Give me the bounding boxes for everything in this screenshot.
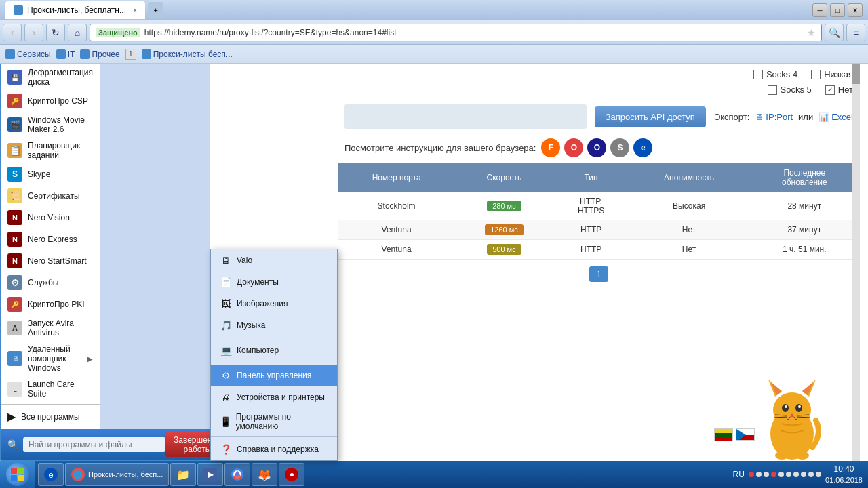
tray-icon: [749, 472, 754, 477]
taskbar-record[interactable]: ●: [279, 463, 304, 486]
nero-vision-icon: N: [7, 210, 22, 225]
bookmark-item[interactable]: 1: [125, 49, 136, 60]
start-menu-right: [100, 64, 210, 429]
search-icon[interactable]: 🔍: [825, 24, 844, 41]
places-item-help[interactable]: ❓ Справка и поддержка: [211, 439, 337, 460]
sm-item-crypto-pki[interactable]: 🔑 КриптоПро PKI: [1, 293, 100, 315]
bookmark-item[interactable]: Прочее: [80, 49, 119, 59]
places-item-control-panel[interactable]: ⚙ Панель управления: [211, 365, 337, 386]
svg-point-19: [795, 451, 809, 460]
places-item-music[interactable]: 🎵 Музыка: [211, 314, 337, 336]
firefox-icon[interactable]: F: [541, 138, 560, 157]
taskbar-firefox[interactable]: 🦊: [252, 463, 277, 486]
refresh-button[interactable]: ↻: [46, 24, 65, 41]
bookmark-item[interactable]: IT: [56, 49, 75, 59]
home-button[interactable]: ⌂: [68, 24, 87, 41]
taskbar-media[interactable]: ▶: [197, 463, 223, 486]
minimize-button[interactable]: ─: [812, 3, 827, 17]
sm-item-nero-vision[interactable]: N Nero Vision: [1, 207, 100, 228]
help-icon: ❓: [219, 443, 233, 456]
sm-item-skype[interactable]: S Skype: [1, 163, 100, 185]
checkbox[interactable]: [768, 85, 777, 95]
places-item-label: Музыка: [237, 321, 265, 330]
sm-item-services[interactable]: ⚙ Службы: [1, 272, 100, 293]
places-item-default-programs[interactable]: 📱 Программы по умолчанию: [211, 408, 337, 435]
bookmark-star-icon[interactable]: ★: [807, 27, 816, 38]
scroll-thumb[interactable]: [852, 64, 860, 84]
active-tab[interactable]: Прокси-листы, бесплатн... ×: [5, 1, 145, 19]
bookmark-label: Прочее: [92, 49, 119, 59]
sm-item-scheduler[interactable]: 📋 Планировщик заданий: [1, 138, 100, 163]
nero-startsmart-icon: N: [7, 253, 22, 268]
browser-window: Прокси-листы, бесплатн... × + ─ □ ✕ ‹ › …: [0, 0, 868, 488]
sm-item-defrag[interactable]: 💾 Дефрагментация диска: [1, 64, 100, 90]
language-indicator: RU: [733, 470, 745, 479]
forward-button[interactable]: ›: [24, 24, 43, 41]
checkbox[interactable]: [753, 70, 763, 79]
sm-item-label: Nero StartSmart: [28, 256, 87, 266]
close-window-button[interactable]: ✕: [848, 3, 863, 17]
sm-item-launch-care-suite[interactable]: L Launch Care Suite: [1, 376, 100, 402]
svg-point-10: [795, 404, 802, 412]
places-item-devices[interactable]: 🖨 Устройства и принтеры: [211, 386, 337, 408]
new-tab-button[interactable]: +: [148, 2, 163, 18]
back-button[interactable]: ‹: [3, 24, 22, 41]
sm-item-movie-maker[interactable]: 🎬 Windows Movie Maker 2.6: [1, 112, 100, 138]
ie-icon[interactable]: e: [633, 138, 652, 157]
cell-speed: 500 мс: [455, 240, 553, 260]
start-button[interactable]: [0, 461, 35, 488]
places-item-computer[interactable]: 💻 Компьютер: [211, 340, 337, 361]
svg-point-4: [773, 392, 811, 428]
bookmark-item[interactable]: Сервисы: [5, 49, 51, 59]
sm-item-nero-startsmart[interactable]: N Nero StartSmart: [1, 250, 100, 272]
low-checkbox[interactable]: Низкая: [811, 69, 853, 79]
menu-icon[interactable]: ≡: [846, 24, 865, 41]
svg-point-11: [785, 405, 787, 408]
no-checkbox[interactable]: ✓ Нет: [825, 85, 853, 95]
bookmark-item-proxy[interactable]: Прокси-листы бесп...: [142, 49, 233, 59]
taskbar-chrome[interactable]: [224, 463, 250, 486]
media-taskbar-icon: ▶: [203, 468, 217, 481]
socks5-checkbox[interactable]: Socks 5: [768, 85, 812, 95]
docs-icon: 📄: [219, 275, 233, 289]
bookmark-icon-folder: 1: [125, 49, 136, 60]
taskbar-browser[interactable]: 🌐 Прокси-листы, бесп...: [65, 463, 169, 486]
sm-item-crypto-csp[interactable]: 🔑 КриптоПро CSP: [1, 90, 100, 112]
col-header-port: Номер порта: [338, 163, 455, 192]
sm-item-label: Nero Vision: [28, 213, 70, 222]
api-button[interactable]: Запросить API доступ: [595, 106, 706, 127]
start-search-input[interactable]: [23, 437, 165, 452]
sm-item-label: КриптоПро CSP: [28, 96, 88, 106]
sm-item-nero-express[interactable]: N Nero Express: [1, 228, 100, 250]
taskbar-explorer[interactable]: 📁: [170, 463, 196, 486]
speed-badge: 500 мс: [487, 244, 521, 255]
places-item-vaio[interactable]: 🖥 Vaio: [211, 249, 337, 271]
computer-icon: 💻: [219, 344, 233, 357]
safari-icon[interactable]: S: [610, 138, 629, 157]
col-header-type: Тип: [553, 163, 629, 192]
scroll-bar[interactable]: [852, 64, 860, 488]
tab-close-button[interactable]: ×: [133, 6, 137, 14]
address-bar[interactable]: Защищено https://hidemy.name/ru/proxy-li…: [90, 24, 822, 41]
bookmark-label: IT: [68, 49, 75, 59]
opera-icon[interactable]: O: [564, 138, 583, 157]
page-button[interactable]: 1: [589, 266, 608, 282]
places-item-docs[interactable]: 📄 Документы: [211, 271, 337, 293]
certs-icon: 📜: [7, 188, 22, 203]
opera-mini-icon[interactable]: O: [587, 138, 606, 157]
places-item-images[interactable]: 🖼 Изображения: [211, 293, 337, 314]
sm-item-remote-assistant[interactable]: 🖥 Удаленный помощник Windows ▶: [1, 341, 100, 376]
taskbar-right: RU 10:40 01.06.2018: [733, 464, 868, 485]
export-excel-link[interactable]: 📊 Excel: [818, 112, 853, 122]
socks4-checkbox[interactable]: Socks 4: [753, 69, 797, 79]
sm-item-label: Дефрагментация диска: [28, 68, 93, 87]
checkbox[interactable]: ✓: [825, 85, 835, 95]
sm-all-programs[interactable]: ▶ Все программы: [1, 407, 100, 426]
restore-button[interactable]: □: [830, 3, 845, 17]
sm-item-certs[interactable]: 📜 Сертификаты: [1, 185, 100, 207]
export-ip-link[interactable]: 🖥 IP:Port: [755, 112, 793, 122]
checkbox[interactable]: [811, 70, 821, 79]
cell-type: HTTP: [553, 220, 629, 240]
taskbar-ie[interactable]: e: [38, 463, 64, 486]
sm-item-avira[interactable]: A Запуск Avira Antivirus: [1, 315, 100, 341]
